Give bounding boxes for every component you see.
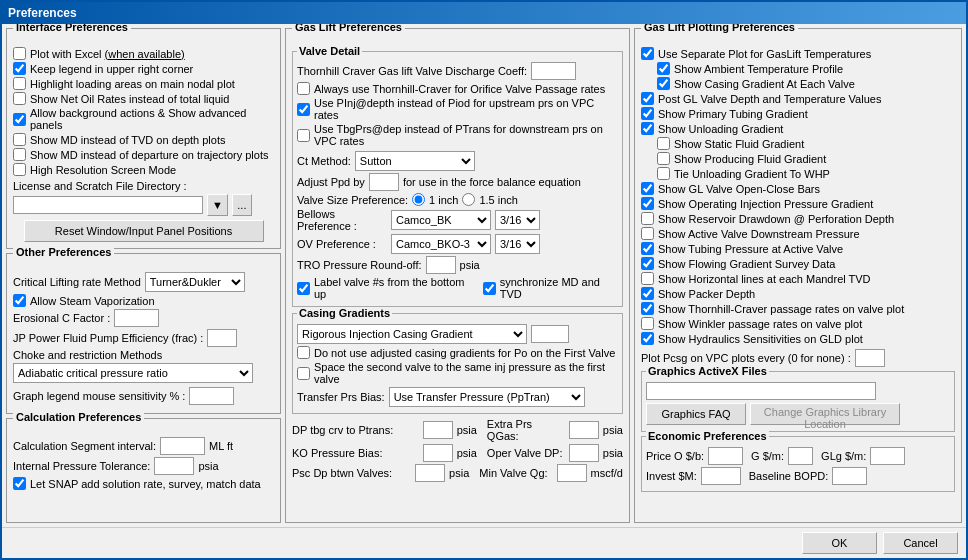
space-second-checkbox[interactable] bbox=[297, 367, 310, 380]
show-horizontal-checkbox[interactable] bbox=[641, 272, 654, 285]
show-active-down-checkbox[interactable] bbox=[641, 227, 654, 240]
high-res-label: High Resolution Screen Mode bbox=[30, 164, 176, 176]
other-preferences-group: Other Preferences Critical Lifting rate … bbox=[6, 253, 281, 414]
show-static-checkbox[interactable] bbox=[657, 137, 670, 150]
tolerance-unit: psia bbox=[198, 460, 218, 472]
license-path-input[interactable]: C:\ProgramData\SNAP\ bbox=[13, 196, 203, 214]
use-separate-checkbox[interactable] bbox=[641, 47, 654, 60]
license-dotdot-btn[interactable]: ... bbox=[232, 194, 252, 216]
glg-input[interactable]: 1.51 bbox=[870, 447, 905, 465]
critical-row: Critical Lifting rate Method Turner&Dukl… bbox=[13, 272, 274, 292]
ov-size-select[interactable]: 3/16 bbox=[495, 234, 540, 254]
ok-button[interactable]: OK bbox=[802, 532, 877, 554]
tie-unloading-checkbox[interactable] bbox=[657, 167, 670, 180]
plot-pcsg-input[interactable]: 0 bbox=[855, 349, 885, 367]
critical-select[interactable]: Turner&Dukler bbox=[145, 272, 245, 292]
other-label: Other Preferences bbox=[13, 246, 114, 258]
show-reservoir-label: Show Reservoir Drawdown @ Perforation De… bbox=[658, 213, 894, 225]
bellows-select[interactable]: Camco_BK bbox=[391, 210, 491, 230]
graph-input[interactable]: 100 bbox=[189, 387, 234, 405]
highlight-loading-row: Highlight loading areas on main nodal pl… bbox=[13, 77, 274, 90]
price-o-input[interactable]: 70 bbox=[708, 447, 743, 465]
psc-input[interactable]: 20 bbox=[415, 464, 445, 482]
graphics-section: Graphics ActiveX Files C:\program files … bbox=[641, 371, 955, 432]
casing-gradient-val[interactable]: 0.04 bbox=[531, 325, 569, 343]
jp-label: JP Power Fluid Pump Efficiency (frac) : bbox=[13, 332, 203, 344]
jp-input[interactable]: 1 bbox=[207, 329, 237, 347]
show-gl-open-checkbox[interactable] bbox=[641, 182, 654, 195]
ko-input[interactable]: 0 bbox=[423, 444, 453, 462]
min-valve-input[interactable]: 10 bbox=[557, 464, 587, 482]
use-tbg-checkbox[interactable] bbox=[297, 129, 310, 142]
use-separate-row: Use Separate Plot for GasLift Temperatur… bbox=[641, 47, 955, 60]
economic-row2: Invest $M: 100 Baseline BOPD: 10 bbox=[646, 467, 950, 485]
show-primary-label: Show Primary Tubing Gradient bbox=[658, 108, 808, 120]
valve-size-label: Valve Size Preference: bbox=[297, 194, 408, 206]
post-gl-checkbox[interactable] bbox=[641, 92, 654, 105]
snap-checkbox[interactable] bbox=[13, 477, 26, 490]
casing-gradient-select[interactable]: Rigorous Injection Casing Gradient bbox=[297, 324, 527, 344]
use-pinj-checkbox[interactable] bbox=[297, 103, 310, 116]
show-operating-checkbox[interactable] bbox=[641, 197, 654, 210]
g-input[interactable]: 3 bbox=[788, 447, 813, 465]
ov-label: OV Preference : bbox=[297, 238, 387, 250]
show-flowing-checkbox[interactable] bbox=[641, 257, 654, 270]
ct-select[interactable]: Sutton bbox=[355, 151, 475, 171]
bellows-label: Bellows Preference : bbox=[297, 208, 387, 232]
show-md2-checkbox[interactable] bbox=[13, 148, 26, 161]
tolerance-input[interactable]: 0.1 bbox=[154, 457, 194, 475]
show-ambient-label: Show Ambient Temperature Profile bbox=[674, 63, 843, 75]
show-net-oil-checkbox[interactable] bbox=[13, 92, 26, 105]
oper-vdp-input[interactable]: 100 bbox=[569, 444, 599, 462]
cancel-button[interactable]: Cancel bbox=[883, 532, 958, 554]
plot-excel-checkbox[interactable] bbox=[13, 47, 26, 60]
show-winkler-checkbox[interactable] bbox=[641, 317, 654, 330]
always-use-checkbox[interactable] bbox=[297, 82, 310, 95]
baseline-input[interactable]: 10 bbox=[832, 467, 867, 485]
allow-background-checkbox[interactable] bbox=[13, 113, 26, 126]
segment-unit: ML ft bbox=[209, 440, 233, 452]
no-adjust-checkbox[interactable] bbox=[297, 346, 310, 359]
label-valve-checkbox[interactable] bbox=[297, 282, 310, 295]
show-hydraulics-checkbox[interactable] bbox=[641, 332, 654, 345]
keep-legend-checkbox[interactable] bbox=[13, 62, 26, 75]
valve-size-15-radio[interactable] bbox=[462, 193, 475, 206]
show-casing-checkbox[interactable] bbox=[657, 77, 670, 90]
high-res-checkbox[interactable] bbox=[13, 163, 26, 176]
bellows-size-select[interactable]: 3/16 bbox=[495, 210, 540, 230]
thornhill-input[interactable]: 0.865 bbox=[531, 62, 576, 80]
dp-tbg-input[interactable]: 20 bbox=[423, 421, 453, 439]
show-reservoir-checkbox[interactable] bbox=[641, 212, 654, 225]
invest-input[interactable]: 100 bbox=[701, 467, 741, 485]
highlight-loading-checkbox[interactable] bbox=[13, 77, 26, 90]
show-unloading-checkbox[interactable] bbox=[641, 122, 654, 135]
graphics-change-btn[interactable]: Change Graphics Library Location bbox=[750, 403, 900, 425]
segment-input[interactable]: 100 bbox=[160, 437, 205, 455]
sync-md-checkbox[interactable] bbox=[483, 282, 496, 295]
show-md-checkbox[interactable] bbox=[13, 133, 26, 146]
reset-window-btn[interactable]: Reset Window/Input Panel Positions bbox=[24, 220, 264, 242]
adjust-input[interactable]: 0 bbox=[369, 173, 399, 191]
extra-prs-input[interactable]: 0 bbox=[569, 421, 599, 439]
erosional-input[interactable]: 100 bbox=[114, 309, 159, 327]
transfer-label: Transfer Prs Bias: bbox=[297, 391, 385, 403]
show-packer-checkbox[interactable] bbox=[641, 287, 654, 300]
transfer-select[interactable]: Use Transfer Pressure (PpTran) bbox=[389, 387, 585, 407]
show-reservoir-row: Show Reservoir Drawdown @ Perforation De… bbox=[641, 212, 955, 225]
show-primary-checkbox[interactable] bbox=[641, 107, 654, 120]
allow-background-row: Allow background actions & Show advanced… bbox=[13, 107, 274, 131]
license-browse-btn[interactable]: ▼ bbox=[207, 194, 228, 216]
choke-select[interactable]: Adiabatic critical pressure ratio bbox=[13, 363, 253, 383]
graphics-faq-btn[interactable]: Graphics FAQ bbox=[646, 403, 746, 425]
show-thornhill-checkbox[interactable] bbox=[641, 302, 654, 315]
choke-section: Choke and restriction Methods Adiabatic … bbox=[13, 349, 274, 383]
valve-size-1-radio[interactable] bbox=[412, 193, 425, 206]
show-tubing-checkbox[interactable] bbox=[641, 242, 654, 255]
show-producing-checkbox[interactable] bbox=[657, 152, 670, 165]
ov-select[interactable]: Camco_BKO-3 bbox=[391, 234, 491, 254]
allow-steam-checkbox[interactable] bbox=[13, 294, 26, 307]
tro-input[interactable]: 5 bbox=[426, 256, 456, 274]
show-ambient-checkbox[interactable] bbox=[657, 62, 670, 75]
graphics-path-input[interactable]: C:\program files (x86)\snap\olch2x32.ocx bbox=[646, 382, 876, 400]
gaslift-preferences-group: Gas Lift Preferences Valve Detail Thornh… bbox=[285, 28, 630, 523]
